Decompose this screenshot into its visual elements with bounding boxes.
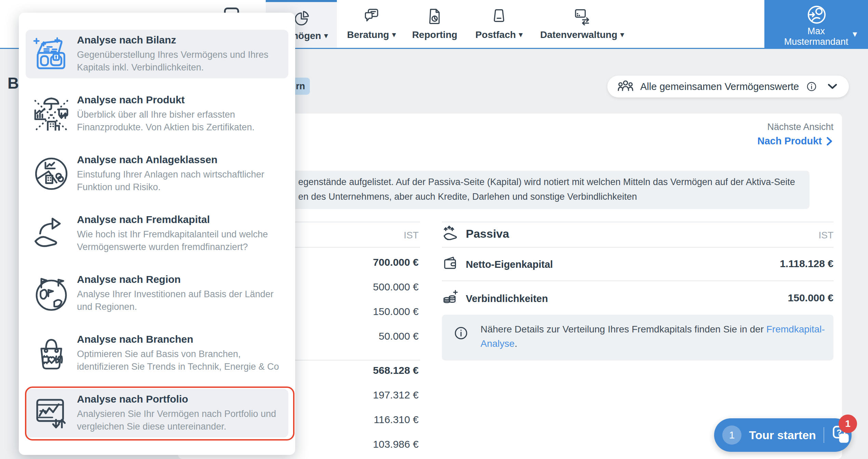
report-document-icon — [426, 8, 444, 25]
menu-item-analyse-nach-produkt[interactable]: Analyse nach Produkt Überblick über all … — [26, 90, 288, 138]
aktiva-value: 568.128 € — [373, 365, 419, 376]
chevron-down-icon — [826, 81, 839, 92]
menu-item-title: Analyse nach Region — [77, 274, 274, 285]
asset-class-pie-icon — [26, 155, 77, 193]
notification-badge: 1 — [839, 415, 857, 433]
fremdkapital-analyse-link[interactable]: Analyse — [481, 338, 515, 349]
menu-item-title: Analyse nach Fremdkapital — [77, 214, 268, 225]
menu-item-title: Analyse nach Produkt — [77, 94, 254, 106]
menu-item-analyse-nach-portfolio[interactable]: Analyse nach Portfolio Analysieren Sie I… — [26, 389, 288, 437]
info-circle-icon — [453, 326, 469, 341]
menu-item-description: Wie hoch ist Ihr Fremdkapitalanteil und … — [77, 228, 268, 253]
shopping-bag-icon — [26, 335, 77, 372]
aktiva-value: 700.000 € — [373, 257, 419, 268]
menu-item-analyse-nach-branchen[interactable]: Analyse nach Branchen Optimieren Sie auf… — [26, 329, 288, 378]
next-view-caption: Nächste Ansicht — [767, 122, 833, 132]
aktiva-value: 50.000 € — [379, 330, 419, 342]
menu-item-description: Analyse Ihrer Investitionen auf Basis de… — [77, 288, 274, 313]
aktiva-value: 116.310 € — [374, 414, 419, 425]
client-caret-icon: ▾ — [853, 29, 857, 39]
tab-reporting-label: Reporting — [412, 29, 457, 40]
divider — [442, 280, 833, 281]
wallet-icon — [442, 254, 459, 272]
aktiva-value: 150.000 € — [373, 306, 419, 317]
menu-item-description: Gegenüberstellung Ihres Vermögens und Ih… — [77, 49, 268, 74]
aktiva-value: 103.986 € — [373, 438, 419, 450]
switch-client-icon — [805, 4, 827, 25]
balance-description-line1: egenstände aufgelistet. Auf der Passiva-… — [298, 177, 795, 187]
crossed-products-icon — [26, 95, 77, 132]
aktiva-value: 500.000 € — [373, 281, 419, 293]
next-view-link[interactable]: Nach Produkt — [757, 135, 833, 147]
scope-selector[interactable]: Alle gemeinsamen Vermögenswerte — [607, 76, 849, 97]
menu-item-analyse-nach-bilanz[interactable]: Analyse nach Bilanz Gegenüberstellung Ih… — [26, 30, 288, 78]
balance-description-line2: en des Unternehmens, aber auch Kredite, … — [298, 192, 637, 202]
menu-item-description: Optimieren Sie auf Basis von Branchen,id… — [77, 348, 279, 373]
fremdkapital-analyse-link[interactable]: Fremdkapital- — [766, 324, 825, 335]
app-screen: Vermögen▾ Beratung▾ — [0, 0, 868, 459]
tab-beratung-label: Beratung▾ — [347, 29, 396, 40]
portfolio-chart-icon — [26, 396, 77, 431]
info-circle-icon[interactable] — [806, 81, 817, 92]
chat-bubbles-icon — [363, 8, 380, 25]
globe-flags-icon — [26, 275, 77, 312]
scope-selector-label: Alle gemeinsamen Vermögenswerte — [640, 81, 799, 92]
tab-reporting[interactable]: Reporting — [412, 0, 457, 48]
passiva-row-label: Verbindlichkeiten — [466, 293, 548, 304]
menu-item-title: Analyse nach Branchen — [77, 333, 279, 345]
menu-item-title: Analyse nach Bilanz — [77, 34, 268, 46]
data-transfer-icon — [573, 8, 591, 25]
divider — [442, 222, 833, 222]
coins-plus-icon — [442, 288, 459, 305]
fremdkapital-info-text: Nähere Details zur Verteilung Ihres Frem… — [481, 322, 825, 351]
menu-item-title: Analyse nach Portfolio — [77, 393, 276, 405]
inbox-icon — [490, 8, 508, 25]
tab-beratung[interactable]: Beratung▾ — [347, 0, 396, 48]
menu-item-analyse-nach-region[interactable]: Analyse nach Region Analyse Ihrer Invest… — [26, 269, 288, 318]
passiva-row-label: Netto-Eigenkapital — [466, 259, 553, 270]
divider — [442, 247, 833, 248]
menu-item-analyse-nach-fremdkapital[interactable]: Analyse nach Fremdkapital Wie hoch ist I… — [26, 209, 288, 258]
tab-postfach-label: Postfach▾ — [475, 29, 523, 40]
tour-starten-button[interactable]: 1 Tour starten ? — [714, 418, 852, 452]
divider — [824, 427, 824, 443]
menu-item-title: Analyse nach Anlageklassen — [77, 154, 264, 166]
menu-item-analyse-nach-anlageklassen[interactable]: Analyse nach Anlageklassen Einstufung Ih… — [26, 149, 288, 198]
people-group-icon — [618, 80, 633, 93]
aktiva-value: 197.312 € — [373, 389, 419, 401]
passiva-icon — [442, 224, 460, 243]
tab-datenverwaltung-label: Datenverwaltung▾ — [540, 29, 624, 40]
tab-postfach[interactable]: Postfach▾ — [475, 0, 523, 48]
menu-item-description: Analysieren Sie Ihr Vermögen nach Portfo… — [77, 408, 276, 433]
chevron-right-icon — [825, 136, 833, 146]
passiva-ist-header: IST — [818, 230, 833, 241]
passiva-row-value: 1.118.128 € — [780, 258, 833, 270]
menu-item-description: Überblick über all Ihre bisher erfassten… — [77, 108, 254, 134]
client-switcher[interactable]: Max Mustermandant ▾ — [764, 0, 868, 49]
passiva-row-value: 150.000 € — [788, 292, 833, 304]
tour-step-circle: 1 — [722, 425, 741, 445]
menu-item-description: Einstufung Ihrer Anlagen nach wirtschaft… — [77, 168, 264, 194]
analysis-dropdown-menu: Analyse nach Bilanz Gegenüberstellung Ih… — [19, 13, 295, 455]
tab-datenverwaltung[interactable]: Datenverwaltung▾ — [540, 0, 624, 48]
tour-button-label: Tour starten — [749, 429, 816, 442]
aktiva-ist-header: IST — [404, 230, 419, 241]
passiva-title: Passiva — [466, 227, 509, 240]
treasure-chest-icon — [26, 36, 77, 72]
hand-arrow-icon — [26, 216, 77, 251]
